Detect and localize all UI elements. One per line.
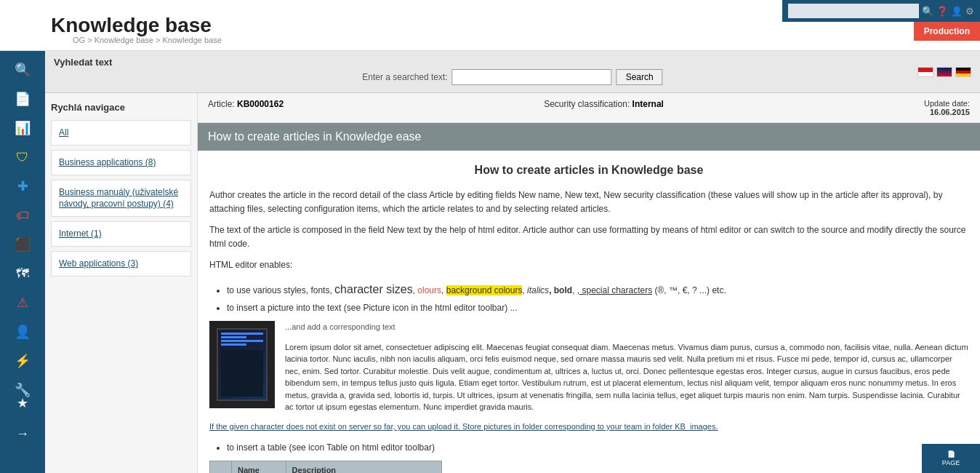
top-search-icon[interactable]: 🔍 <box>922 6 933 17</box>
sidebar-icon-plus[interactable]: ✚ <box>9 173 36 199</box>
top-header: Knowledge base OG > Knowledge base > Kno… <box>0 0 980 51</box>
bullet1-color: olours <box>417 285 441 295</box>
search-toolbar-title: Vyhledat text <box>54 57 112 68</box>
sidebar-icon-tag[interactable]: 🏷 <box>9 202 36 228</box>
img-section: ...and add a corresponding text Lorem ip… <box>209 321 968 421</box>
top-settings-icon[interactable]: ⚙ <box>965 6 974 17</box>
page-footer-icon: 📄 <box>947 450 955 458</box>
sidebar-icon-map[interactable]: 🗺 <box>9 261 36 287</box>
article-area: Article: KB0000162 Security classificati… <box>198 93 980 473</box>
flag-group: CZ EN DE <box>917 67 971 77</box>
article-image <box>209 321 275 408</box>
nav-item-business-apps[interactable]: Business applications (8) <box>51 150 191 175</box>
article-id: KB0000162 <box>237 99 284 109</box>
left-nav-title: Rychlá navigace <box>51 102 191 113</box>
page-title: Knowledge base <box>51 14 212 37</box>
bullet1-bold: , bold <box>549 285 572 295</box>
article-meta-center: Security classification: Internal <box>544 99 664 109</box>
sidebar-icon-document[interactable]: 📄 <box>9 86 36 112</box>
sidebar-icon-blocks[interactable]: ⬛ <box>9 231 36 258</box>
article-date: 16.06.2015 <box>930 108 970 116</box>
page-footer: 📄 PAGE <box>922 444 980 473</box>
img-line-1 <box>221 333 263 335</box>
nav-item-internet[interactable]: Internet (1) <box>51 221 191 247</box>
flag-en[interactable]: EN <box>936 67 952 77</box>
img-caption: ...and add a corresponding text <box>209 321 968 334</box>
article-link[interactable]: If the given character does not exist on… <box>209 421 968 434</box>
list-item-3: to insert a table (see icon Table on htm… <box>227 441 968 455</box>
nav-item-web-apps[interactable]: Web applications (3) <box>51 251 191 277</box>
table-header-desc: Description <box>286 461 441 473</box>
top-right-area: 🔍 ❓ 👤 ⚙ Production <box>782 0 980 41</box>
article-meta: Article: KB0000162 Security classificati… <box>198 93 980 123</box>
table-header-num <box>210 461 232 473</box>
search-button[interactable]: Search <box>616 69 663 85</box>
sidebar-icon-arrow[interactable]: → <box>9 421 36 447</box>
search-row: Enter a searched text: Search <box>362 69 662 85</box>
knowledge-table: Name Description 1 Class Contains data o… <box>209 461 442 473</box>
sidebar-icon-person[interactable]: 👤 <box>9 319 36 345</box>
main-area: Vyhledat text Enter a searched text: Sea… <box>45 51 980 473</box>
left-nav: Rychlá navigace All Business application… <box>45 93 198 473</box>
img-line-4 <box>221 343 246 346</box>
article-intro1: Author creates the article in the record… <box>209 188 968 216</box>
bullet3-list: to insert a table (see icon Table on htm… <box>227 441 968 455</box>
bullet1-highlight: background colours <box>446 285 523 295</box>
article-meta-left: Article: KB0000162 <box>208 99 284 109</box>
breadcrumb: OG > Knowledge base > Knowledge base <box>73 36 222 44</box>
article-meta-right: Update date:16.06.2015 <box>924 99 970 116</box>
nav-item-all[interactable]: All <box>51 120 191 146</box>
table-header-name: Name <box>232 461 286 473</box>
article-intro2: The text of the article is composed in t… <box>209 223 968 251</box>
sidebar-icon-star[interactable]: ★ <box>9 390 36 416</box>
article-html-enables: HTML editor enables: <box>209 258 968 272</box>
page-footer-label: PAGE <box>942 459 960 466</box>
bullet1-end: (®, ™, €, ? ...) etc. <box>652 285 726 295</box>
sidebar-icon-chart[interactable]: 📊 <box>9 115 36 141</box>
img-line-3 <box>221 340 263 342</box>
sidebar-icon-search[interactable]: 🔍 <box>9 57 36 83</box>
top-help-icon[interactable]: ❓ <box>936 6 948 17</box>
table-section: to insert a table (see icon Table on htm… <box>209 441 968 474</box>
article-list: to use various styles, fonts, character … <box>227 280 968 316</box>
article-image-inner <box>217 328 268 401</box>
bullet1-italic: italics <box>527 285 549 295</box>
bullet1-text: to use various styles, fonts, <box>227 285 334 295</box>
flag-cz[interactable]: CZ <box>917 67 933 77</box>
bullet1-large: character sizes <box>334 283 413 295</box>
nav-item-business-manuals[interactable]: Business manuály (uživatelské návody, pr… <box>51 180 191 218</box>
flag-de[interactable]: DE <box>955 67 971 77</box>
img-line-2 <box>221 336 246 338</box>
top-user-icon[interactable]: 👤 <box>951 6 963 17</box>
article-body: How to create articles in Knowledge base… <box>198 151 980 473</box>
article-title: How to create articles in Knowledge base <box>209 161 968 180</box>
top-search-bar: 🔍 ❓ 👤 ⚙ <box>782 0 980 22</box>
article-header-bar: How to create articles in Knowledge ease <box>198 123 980 151</box>
list-item-2: to insert a picture into the text (see P… <box>227 301 968 315</box>
production-button[interactable]: Production <box>914 22 980 41</box>
sidebar-icon-shield[interactable]: 🛡 <box>9 144 36 170</box>
search-label: Enter a searched text: <box>362 72 447 82</box>
content-area: Rychlá navigace All Business application… <box>45 93 980 473</box>
search-toolbar: Vyhledat text Enter a searched text: Sea… <box>45 51 980 93</box>
article-security: Internal <box>632 99 664 109</box>
lorem-text: Lorem ipsum dolor sit amet, consectetuer… <box>209 341 968 413</box>
top-search-input[interactable] <box>788 4 919 18</box>
left-sidebar: 🔍 📄 📊 🛡 ✚ 🏷 ⬛ 🗺 ⚠ 👤 ⚡ 🔧 ★ → <box>0 51 45 473</box>
sidebar-icon-alert[interactable]: ⚠ <box>9 290 36 316</box>
search-input[interactable] <box>452 69 612 85</box>
list-item-1: to use various styles, fonts, character … <box>227 280 968 299</box>
bullet1-underline: , special characters <box>577 285 652 295</box>
article-header-title: How to create articles in Knowledge ease <box>208 130 422 143</box>
img-body <box>221 350 263 397</box>
sidebar-icon-lightning[interactable]: ⚡ <box>9 348 36 374</box>
